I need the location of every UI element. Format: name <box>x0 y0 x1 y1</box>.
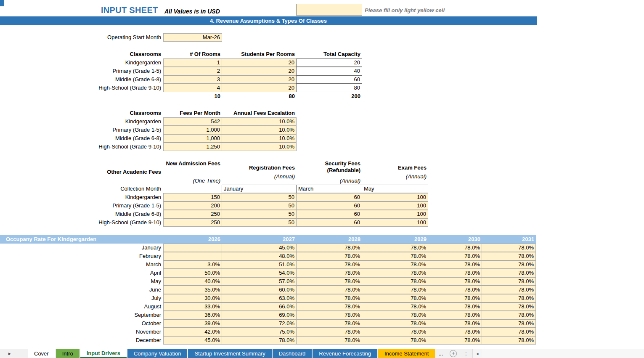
capacity-cell[interactable]: 40 <box>296 67 362 75</box>
rooms-cell[interactable]: 4 <box>163 84 222 92</box>
occupancy-cell[interactable]: 78.0% <box>296 302 362 311</box>
occupancy-cell[interactable]: 78.0% <box>428 319 482 328</box>
occupancy-cell[interactable]: 48.0% <box>222 252 297 260</box>
exam-fee-cell[interactable]: 100 <box>362 218 428 227</box>
occupancy-cell[interactable]: 78.0% <box>428 269 482 277</box>
capacity-cell[interactable]: 60 <box>296 75 362 84</box>
sheet-tab-income-statement[interactable]: Income Statement <box>378 349 435 358</box>
escalation-cell[interactable]: 10.0% <box>222 117 297 126</box>
rooms-cell[interactable]: 2 <box>163 67 222 75</box>
occupancy-cell[interactable]: 45.0% <box>163 336 222 345</box>
occupancy-cell[interactable]: 78.0% <box>362 269 428 277</box>
rooms-cell[interactable]: 3 <box>163 75 222 84</box>
new-sheet-icon[interactable]: + <box>450 350 457 357</box>
occupancy-cell[interactable]: 78.0% <box>482 336 536 345</box>
registration-fee-cell[interactable]: 50 <box>222 193 297 202</box>
students-cell[interactable]: 20 <box>222 67 297 75</box>
operating-start-cell[interactable]: Mar-26 <box>163 33 222 42</box>
occupancy-cell[interactable]: 39.0% <box>163 319 222 328</box>
fee-cell[interactable]: 1,000 <box>163 126 222 134</box>
occupancy-cell[interactable]: 78.0% <box>428 336 482 345</box>
exam-fee-cell[interactable]: 100 <box>362 193 428 202</box>
occupancy-cell[interactable]: 78.0% <box>296 319 362 328</box>
occupancy-cell[interactable]: 66.0% <box>222 302 297 311</box>
occupancy-cell[interactable]: 72.0% <box>222 319 297 328</box>
occupancy-cell[interactable]: 78.0% <box>428 302 482 311</box>
occupancy-cell[interactable]: 78.0% <box>362 302 428 311</box>
occupancy-cell[interactable]: 51.0% <box>222 260 297 269</box>
sheet-tab-overflow[interactable]: ... <box>436 349 445 358</box>
occupancy-cell[interactable]: 78.0% <box>428 277 482 286</box>
occupancy-cell[interactable]: 50.0% <box>163 269 222 277</box>
sheet-tab-dashboard[interactable]: Dashboard <box>273 349 312 358</box>
occupancy-cell[interactable]: 78.0% <box>296 260 362 269</box>
exam-fee-cell[interactable]: 100 <box>362 202 428 210</box>
escalation-cell[interactable]: 10.0% <box>222 126 297 134</box>
students-cell[interactable]: 20 <box>222 75 297 84</box>
collection-month-cell[interactable]: May <box>362 185 428 193</box>
sheet-tab-input-drivers[interactable]: Input Drivers <box>80 349 127 358</box>
occupancy-cell[interactable]: 78.0% <box>362 328 428 336</box>
occupancy-cell[interactable]: 78.0% <box>296 252 362 260</box>
occupancy-cell[interactable]: 78.0% <box>428 260 482 269</box>
occupancy-cell[interactable]: 78.0% <box>296 336 362 345</box>
occupancy-cell[interactable]: 78.0% <box>428 328 482 336</box>
registration-fee-cell[interactable]: 50 <box>222 202 297 210</box>
occupancy-cell[interactable]: 78.0% <box>482 302 536 311</box>
occupancy-cell[interactable]: 78.0% <box>362 252 428 260</box>
occupancy-cell[interactable]: 78.0% <box>428 311 482 319</box>
admission-fee-cell[interactable]: 200 <box>163 202 222 210</box>
occupancy-cell[interactable]: 78.0% <box>362 286 428 294</box>
occupancy-cell[interactable]: 3.0% <box>163 260 222 269</box>
security-fee-cell[interactable]: 60 <box>296 218 362 227</box>
occupancy-cell[interactable] <box>163 252 222 260</box>
occupancy-cell[interactable]: 78.0% <box>482 294 536 302</box>
tab-splitter-grip-icon[interactable]: ⋮ <box>459 349 472 358</box>
security-fee-cell[interactable]: 60 <box>296 193 362 202</box>
occupancy-cell[interactable]: 63.0% <box>222 294 297 302</box>
collection-month-cell[interactable]: January <box>222 185 297 193</box>
occupancy-cell[interactable]: 78.0% <box>428 294 482 302</box>
registration-fee-cell[interactable]: 50 <box>222 218 297 227</box>
tab-nav-arrow-icon[interactable]: ► <box>3 349 16 358</box>
exam-fee-cell[interactable]: 100 <box>362 210 428 218</box>
escalation-cell[interactable]: 10.0% <box>222 143 297 151</box>
occupancy-cell[interactable]: 36.0% <box>163 311 222 319</box>
occupancy-cell[interactable]: 78.0% <box>482 311 536 319</box>
sheet-tab-revenue-forecasting[interactable]: Revenue Forecasting <box>313 349 377 358</box>
admission-fee-cell[interactable]: 250 <box>163 218 222 227</box>
occupancy-cell[interactable]: 78.0% <box>296 244 362 252</box>
occupancy-cell[interactable]: 57.0% <box>222 277 297 286</box>
fee-cell[interactable]: 1,250 <box>163 143 222 151</box>
sheet-tab-cover[interactable]: Cover <box>28 349 55 358</box>
occupancy-cell[interactable]: 78.0% <box>428 286 482 294</box>
occupancy-cell[interactable]: 78.0% <box>296 286 362 294</box>
registration-fee-cell[interactable]: 50 <box>222 210 297 218</box>
occupancy-cell[interactable]: 78.0% <box>362 294 428 302</box>
scroll-left-icon[interactable]: ◄ <box>472 349 482 358</box>
security-fee-cell[interactable]: 60 <box>296 210 362 218</box>
fee-cell[interactable]: 1,000 <box>163 134 222 143</box>
students-cell[interactable]: 20 <box>222 58 297 67</box>
occupancy-cell[interactable]: 45.0% <box>222 244 297 252</box>
occupancy-cell[interactable]: 69.0% <box>222 311 297 319</box>
occupancy-cell[interactable]: 33.0% <box>163 302 222 311</box>
occupancy-cell[interactable]: 78.0% <box>482 269 536 277</box>
collection-month-cell[interactable]: March <box>296 185 362 193</box>
rooms-cell[interactable]: 1 <box>163 58 222 67</box>
occupancy-cell[interactable]: 60.0% <box>222 286 297 294</box>
occupancy-cell[interactable]: 78.0% <box>362 277 428 286</box>
scrollbar-track[interactable] <box>482 349 644 358</box>
occupancy-cell[interactable]: 78.0% <box>362 319 428 328</box>
admission-fee-cell[interactable]: 250 <box>163 210 222 218</box>
occupancy-cell[interactable]: 78.0% <box>362 260 428 269</box>
occupancy-cell[interactable]: 78.0% <box>482 286 536 294</box>
occupancy-cell[interactable]: 78.0% <box>482 260 536 269</box>
occupancy-cell[interactable]: 78.0% <box>296 311 362 319</box>
occupancy-cell[interactable]: 78.0% <box>428 244 482 252</box>
sheet-tab-startup-investment-summary[interactable]: Startup Investment Summary <box>188 349 271 358</box>
occupancy-cell[interactable]: 78.0% <box>222 336 297 345</box>
occupancy-cell[interactable]: 78.0% <box>362 311 428 319</box>
students-cell[interactable]: 20 <box>222 84 297 92</box>
occupancy-cell[interactable]: 78.0% <box>296 269 362 277</box>
